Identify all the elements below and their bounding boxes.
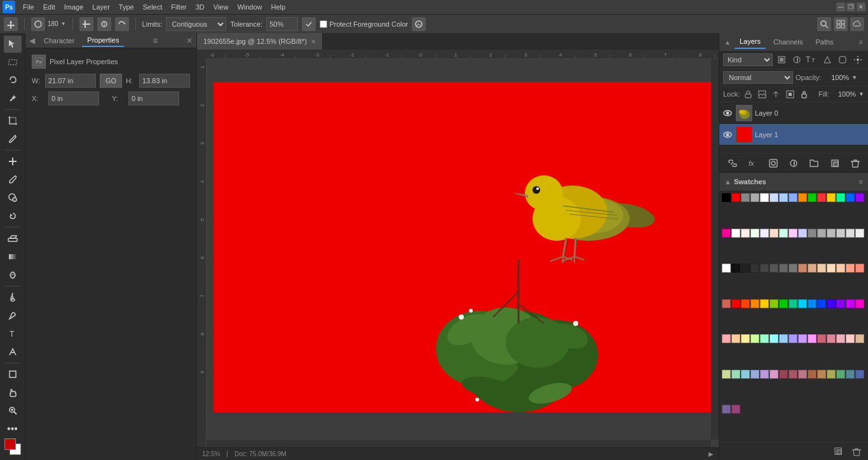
swatch[interactable]	[760, 229, 769, 238]
swatch[interactable]	[722, 229, 731, 238]
menu-window[interactable]: Window	[233, 2, 266, 12]
swatch[interactable]	[779, 264, 788, 273]
layer-group-btn[interactable]	[808, 157, 820, 170]
tool-hand[interactable]	[4, 384, 22, 401]
swatch[interactable]	[827, 264, 836, 273]
swatch[interactable]	[750, 229, 759, 238]
swatch[interactable]	[760, 370, 769, 379]
swatch[interactable]	[846, 264, 855, 273]
swatch[interactable]	[798, 193, 807, 202]
layer-link-btn[interactable]	[726, 157, 738, 170]
swatch[interactable]	[760, 193, 769, 202]
tool-lasso[interactable]	[4, 72, 22, 89]
tool-magic-wand[interactable]	[4, 90, 22, 107]
menu-file[interactable]: File	[19, 2, 38, 12]
menu-type[interactable]: Type	[115, 2, 138, 12]
swatch[interactable]	[741, 193, 750, 202]
swatch[interactable]	[855, 193, 864, 202]
kind-adjust-icon[interactable]	[790, 53, 803, 66]
y-input[interactable]	[128, 91, 179, 105]
menu-view[interactable]: View	[210, 2, 233, 12]
tool-move[interactable]	[4, 17, 18, 31]
menu-edit[interactable]: Edit	[39, 2, 59, 12]
kind-pixel-icon[interactable]	[775, 53, 788, 66]
layers-settings-icon[interactable]	[851, 53, 864, 66]
swatch[interactable]	[798, 334, 807, 343]
menu-help[interactable]: Help	[268, 2, 290, 12]
tool-eraser[interactable]	[4, 230, 22, 247]
swatch[interactable]	[789, 334, 797, 343]
tool-eyedropper[interactable]	[4, 131, 22, 148]
swatch[interactable]	[731, 264, 740, 273]
layer-1-visibility[interactable]	[722, 129, 733, 140]
swatch[interactable]	[741, 299, 750, 308]
layer-new-btn[interactable]	[829, 157, 841, 170]
swatch[interactable]	[731, 193, 740, 202]
swatch[interactable]	[789, 299, 797, 308]
swatch[interactable]	[808, 193, 817, 202]
layer-item-1[interactable]: Layer 1	[719, 124, 868, 145]
layers-collapse-icon[interactable]: ▲	[724, 39, 731, 46]
tool-gradient[interactable]	[4, 248, 22, 266]
canvas-scrollbar-vertical[interactable]	[711, 59, 719, 440]
layer-fx-btn[interactable]: fx	[746, 157, 759, 170]
swatch[interactable]	[855, 229, 864, 238]
tool-marquee[interactable]	[4, 54, 22, 71]
swatch[interactable]	[817, 264, 826, 273]
swatch[interactable]	[722, 370, 731, 379]
swatch[interactable]	[770, 229, 778, 238]
swatch[interactable]	[750, 299, 759, 308]
swatch[interactable]	[808, 299, 817, 308]
menu-image[interactable]: Image	[60, 2, 88, 12]
panel-collapse[interactable]: ◀	[29, 36, 35, 45]
cloud-icon[interactable]	[850, 17, 864, 31]
swatch[interactable]	[817, 334, 826, 343]
tool-heal[interactable]	[4, 153, 22, 170]
swatch[interactable]	[741, 370, 750, 379]
swatch[interactable]	[798, 229, 807, 238]
swatch[interactable]	[817, 370, 826, 379]
layer-mask-btn[interactable]	[767, 157, 780, 170]
swatch[interactable]	[798, 299, 807, 308]
blend-mode-select[interactable]: Normal	[723, 71, 793, 84]
swatch[interactable]	[779, 229, 788, 238]
swatch[interactable]	[836, 193, 845, 202]
tool-path-select[interactable]	[4, 343, 22, 360]
swatch[interactable]	[722, 193, 731, 202]
healing-brush-icon[interactable]	[97, 17, 111, 31]
layer-adj-btn[interactable]	[787, 157, 800, 170]
swatch[interactable]	[750, 264, 759, 273]
tool-zoom[interactable]	[4, 402, 22, 419]
fill-arrow[interactable]: ▼	[858, 91, 864, 97]
panel-close-icon[interactable]: ✕	[186, 36, 193, 45]
lock-all-icon[interactable]	[798, 88, 810, 100]
swatch[interactable]	[836, 334, 845, 343]
swatches-delete-btn[interactable]	[850, 445, 863, 458]
kind-smart-icon[interactable]	[836, 53, 849, 66]
swatch[interactable]	[789, 264, 797, 273]
swatch[interactable]	[779, 193, 788, 202]
tool-history-brush[interactable]	[4, 208, 22, 225]
layer-0-visibility[interactable]	[722, 107, 733, 119]
swatch[interactable]	[798, 264, 807, 273]
swatches-new-btn[interactable]	[832, 445, 845, 458]
swatch[interactable]	[846, 193, 855, 202]
panel-menu-icon[interactable]: ≡	[153, 36, 158, 46]
menu-filter[interactable]: Filter	[167, 2, 190, 12]
swatch[interactable]	[846, 299, 855, 308]
swatch[interactable]	[836, 229, 845, 238]
swatch[interactable]	[846, 370, 855, 379]
tab-properties[interactable]: Properties	[82, 34, 124, 47]
swatch[interactable]	[836, 370, 845, 379]
tool-brush[interactable]	[4, 172, 22, 189]
swatch[interactable]	[770, 193, 778, 202]
swatch[interactable]	[722, 405, 731, 414]
swatch[interactable]	[855, 334, 864, 343]
tab-layers[interactable]: Layers	[735, 35, 766, 49]
swatch[interactable]	[770, 299, 778, 308]
swatch[interactable]	[770, 370, 778, 379]
swatch[interactable]	[827, 229, 836, 238]
menu-3d[interactable]: 3D	[192, 2, 208, 12]
arrange-icon[interactable]	[834, 17, 848, 31]
swatch[interactable]	[722, 334, 731, 343]
